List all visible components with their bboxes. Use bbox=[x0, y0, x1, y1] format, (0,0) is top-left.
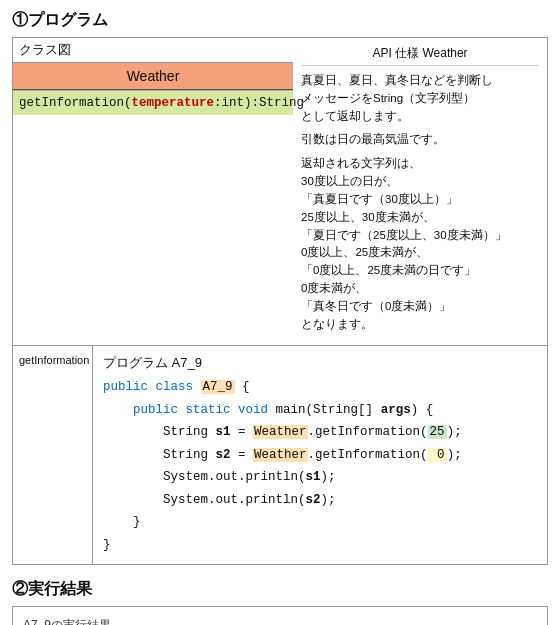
code-line-7: } bbox=[103, 511, 537, 534]
class-diagram-area: クラス図 Weather getInformation(temperature:… bbox=[13, 38, 547, 346]
code-line-6: System.out.println(s2); bbox=[103, 489, 537, 512]
code-content: プログラム A7_9 public class A7_9 { public st… bbox=[93, 346, 547, 564]
code-line-4: String s2 = Weather.getInformation( 0); bbox=[103, 444, 537, 467]
api-description-panel: API 仕様 Weather 真夏日、夏日、真冬日などを判断しメッセージをStr… bbox=[293, 38, 547, 345]
get-info-label: getInformation bbox=[19, 350, 88, 366]
api-desc-p3: 返却される文字列は、30度以上の日が、「真夏日です（30度以上）」25度以上、3… bbox=[301, 155, 539, 333]
api-desc-p1: 真夏日、夏日、真冬日などを判断しメッセージをString（文字列型）として返却し… bbox=[301, 72, 539, 125]
code-line-8: } bbox=[103, 534, 537, 557]
class-diagram-left: クラス図 Weather getInformation(temperature:… bbox=[13, 38, 293, 345]
result-label: A7_9の実行結果 bbox=[23, 615, 537, 625]
program-box: クラス図 Weather getInformation(temperature:… bbox=[12, 37, 548, 565]
code-line-5: System.out.println(s1); bbox=[103, 466, 537, 489]
program-label: プログラム A7_9 bbox=[103, 354, 537, 372]
weather-class-name: Weather bbox=[13, 63, 293, 90]
section1-title: ①プログラム bbox=[12, 10, 548, 31]
method-name: getInformation( bbox=[19, 96, 132, 110]
code-section: getInformation プログラム A7_9 public class A… bbox=[13, 346, 547, 564]
api-description: 真夏日、夏日、真冬日などを判断しメッセージをString（文字列型）として返却し… bbox=[301, 72, 539, 333]
class-method: getInformation(temperature:int):String bbox=[13, 90, 293, 115]
code-line-2: public static void main(String[] args) { bbox=[103, 399, 537, 422]
get-info-side-label: getInformation bbox=[13, 346, 93, 564]
code-line-3: String s1 = Weather.getInformation(25); bbox=[103, 421, 537, 444]
api-desc-p2: 引数は日の最高気温です。 bbox=[301, 131, 539, 149]
method-param-type: :int bbox=[214, 96, 244, 110]
class-diagram-header: クラス図 bbox=[13, 38, 293, 63]
method-param: temperature bbox=[132, 96, 215, 110]
api-header: API 仕様 Weather bbox=[301, 44, 539, 66]
section2-title: ②実行結果 bbox=[12, 579, 548, 600]
result-box: A7_9の実行結果 > java A7_9 夏日です（25度以上、30度未満） … bbox=[12, 606, 548, 625]
code-block: public class A7_9 { public static void m… bbox=[103, 376, 537, 556]
code-line-1: public class A7_9 { bbox=[103, 376, 537, 399]
